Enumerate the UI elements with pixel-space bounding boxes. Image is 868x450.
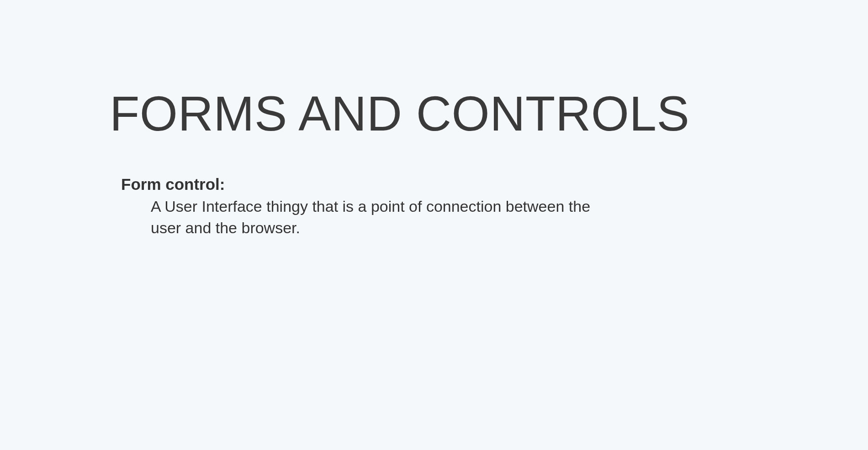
slide-title: FORMS AND CONTROLS: [110, 80, 758, 148]
slide-container: FORMS AND CONTROLS Form control: A User …: [0, 0, 868, 239]
definition-text: A User Interface thingy that is a point …: [151, 196, 624, 239]
definition-block: Form control: A User Interface thingy th…: [121, 173, 624, 239]
definition-term: Form control:: [121, 173, 624, 195]
